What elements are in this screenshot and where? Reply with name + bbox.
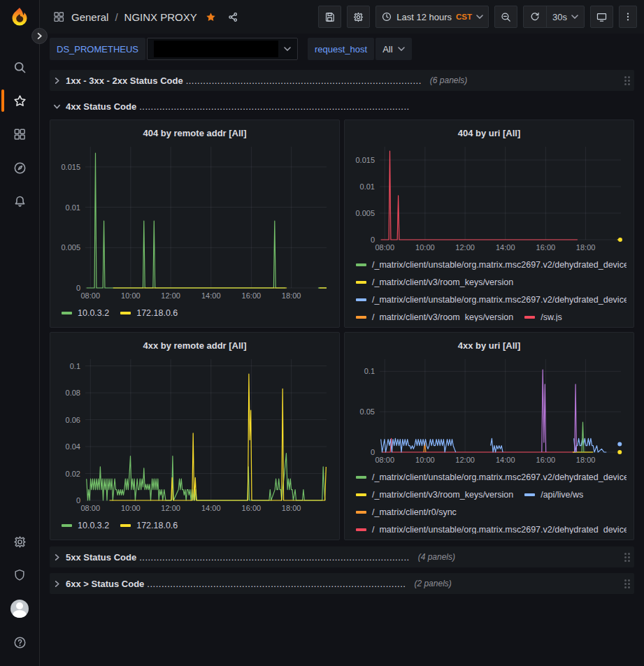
save-dashboard-button[interactable] xyxy=(318,6,341,28)
svg-text:18:00: 18:00 xyxy=(282,504,301,512)
refresh-interval-dropdown[interactable]: 30s xyxy=(546,6,584,27)
panel-title[interactable]: 4xx by remote addr [All] xyxy=(143,340,246,351)
timeseries-chart[interactable]: 08:0010:0012:0014:0016:0018:0000.0050.01… xyxy=(352,141,627,254)
sidebar-item-search[interactable] xyxy=(0,50,40,84)
sidebar-item-configuration[interactable] xyxy=(0,525,40,558)
refresh-interval-label: 30s xyxy=(552,12,567,22)
row-drag-handle[interactable] xyxy=(624,579,630,588)
legend-swatch xyxy=(356,263,366,266)
svg-text:0.1: 0.1 xyxy=(70,362,80,370)
row-drag-handle[interactable] xyxy=(624,553,630,562)
sidebar-item-server-admin[interactable] xyxy=(0,558,40,592)
row-header-6xx[interactable]: 6xx > Status Code ......................… xyxy=(50,573,634,594)
legend-item[interactable]: 172.18.0.6 xyxy=(120,304,178,321)
zoom-out-button[interactable] xyxy=(494,6,517,28)
legend-item[interactable]: 172.18.0.6 xyxy=(120,516,178,534)
refresh-button[interactable] xyxy=(524,6,546,27)
legend-item[interactable]: /_matrix/client/v3/room_keys/version xyxy=(356,308,513,321)
more-options-button[interactable] xyxy=(619,6,637,28)
timeseries-chart[interactable]: 08:0010:0012:0014:0016:0018:0000.050.1 xyxy=(352,354,627,466)
variable-label-ds: DS_PROMETHEUS xyxy=(50,38,145,60)
sidebar-collapse-button[interactable] xyxy=(31,28,48,44)
svg-text:0.01: 0.01 xyxy=(360,182,375,191)
row-title-dots: ........................................… xyxy=(139,101,410,112)
row-title: 1xx - 3xx - 2xx Status Code xyxy=(66,75,183,86)
cycle-view-mode-button[interactable] xyxy=(590,6,613,28)
time-range-picker[interactable]: Last 12 hours CST xyxy=(375,6,489,28)
svg-text:14:00: 14:00 xyxy=(201,504,221,512)
favorite-star-icon[interactable] xyxy=(205,11,217,23)
chart-legend: 10.0.3.2172.18.0.6 xyxy=(57,516,332,534)
breadcrumb-dashboard-title[interactable]: NGINX PROXY xyxy=(124,11,197,23)
variable-request-host: request_host All xyxy=(308,38,412,60)
legend-label: 10.0.3.2 xyxy=(78,521,109,530)
timeseries-chart[interactable]: 08:0010:0012:0014:0016:0018:0000.0050.01… xyxy=(57,141,332,302)
svg-text:0.02: 0.02 xyxy=(66,470,80,478)
grafana-logo-icon[interactable] xyxy=(8,6,31,29)
row-header-5xx[interactable]: 5xx Status Code ........................… xyxy=(50,546,634,567)
row-drag-handle[interactable] xyxy=(624,76,630,85)
svg-text:18:00: 18:00 xyxy=(282,291,301,300)
legend-item[interactable]: /_matrix/client/unstable/org.matrix.msc2… xyxy=(356,291,627,308)
panel-title[interactable]: 404 by uri [All] xyxy=(458,128,521,138)
dashboard-folder-icon[interactable] xyxy=(52,10,65,23)
variable-request-host-dropdown[interactable]: All xyxy=(375,38,411,60)
sidebar-item-profile[interactable] xyxy=(0,592,40,625)
variable-ds-value-redacted xyxy=(154,41,278,57)
gear-icon xyxy=(13,535,27,549)
svg-text:0.005: 0.005 xyxy=(355,209,375,217)
row-header-4xx[interactable]: 4xx Status Code ........................… xyxy=(50,97,634,115)
chart-svg: 08:0010:0012:0014:0016:0018:0000.020.040… xyxy=(57,354,332,514)
help-icon xyxy=(13,635,27,650)
variable-ds-dropdown[interactable] xyxy=(147,38,298,60)
sidebar-item-dashboards[interactable] xyxy=(0,117,40,151)
breadcrumb-folder[interactable]: General xyxy=(71,11,108,23)
svg-text:0.01: 0.01 xyxy=(66,203,80,212)
panel-404-by-uri: 404 by uri [All] 08:0010:0012:0014:0016:… xyxy=(344,120,634,328)
dashboard-settings-button[interactable] xyxy=(347,6,370,28)
legend-swatch xyxy=(356,511,366,514)
svg-text:16:00: 16:00 xyxy=(242,291,262,300)
legend-item[interactable]: /sw.js xyxy=(524,308,562,321)
panel-404-by-remote-addr: 404 by remote addr [All] 08:0010:0012:00… xyxy=(50,120,340,328)
timeseries-chart[interactable]: 08:0010:0012:0014:0016:0018:0000.020.040… xyxy=(57,354,332,514)
sidebar-item-starred[interactable] xyxy=(0,84,40,117)
tv-icon xyxy=(596,11,608,23)
row-header-1xx-3xx-2xx[interactable]: 1xx - 3xx - 2xx Status Code ............… xyxy=(50,70,634,91)
svg-text:0: 0 xyxy=(76,284,80,292)
row-panel-count: (4 panels) xyxy=(418,552,455,562)
svg-text:0.04: 0.04 xyxy=(66,442,80,451)
legend-item[interactable]: /_matrix/client/v3/room_keys/version xyxy=(356,486,513,503)
panel-4xx-by-remote-addr: 4xx by remote addr [All] 08:0010:0012:00… xyxy=(50,332,340,540)
sidebar-item-alerting[interactable] xyxy=(0,184,40,218)
settings-gear-icon xyxy=(352,11,364,23)
breadcrumb: General / NGINX PROXY xyxy=(52,10,239,23)
legend-item[interactable]: /api/live/ws xyxy=(524,486,583,503)
panel-title[interactable]: 4xx by uri [All] xyxy=(458,340,521,351)
svg-text:0: 0 xyxy=(76,496,80,505)
legend-item[interactable]: 10.0.3.2 xyxy=(62,304,109,321)
dashboard-scroll-area: 1xx - 3xx - 2xx Status Code ............… xyxy=(40,64,644,666)
row-title: 4xx Status Code xyxy=(66,101,136,112)
legend-item[interactable]: /_matrix/client/unstable/org.matrix.msc2… xyxy=(356,468,627,486)
panel-title[interactable]: 404 by remote addr [All] xyxy=(143,128,246,138)
legend-swatch xyxy=(356,316,366,319)
svg-text:10:00: 10:00 xyxy=(121,291,141,300)
legend-item[interactable]: /_matrix/client/unstable/org.matrix.msc2… xyxy=(356,521,627,534)
legend-swatch xyxy=(356,281,366,284)
sidebar-item-explore[interactable] xyxy=(0,151,40,184)
variables-submenu: DS_PROMETHEUS request_host All xyxy=(40,34,644,64)
sidebar-item-help[interactable] xyxy=(0,625,40,659)
share-icon[interactable] xyxy=(227,11,239,23)
legend-label: /api/live/ws xyxy=(541,490,583,500)
chevron-right-icon xyxy=(53,553,61,561)
chevron-right-icon xyxy=(53,77,61,85)
legend-item[interactable]: /_matrix/client/r0/sync xyxy=(356,503,457,521)
timezone-label: CST xyxy=(456,13,472,21)
svg-text:10:00: 10:00 xyxy=(415,243,435,252)
legend-item[interactable]: /_matrix/client/v3/room_keys/version xyxy=(356,273,513,291)
legend-label: 172.18.0.6 xyxy=(136,521,178,530)
legend-item[interactable]: /_matrix/client/unstable/org.matrix.msc2… xyxy=(356,256,627,273)
legend-item[interactable]: 10.0.3.2 xyxy=(62,516,109,534)
svg-text:10:00: 10:00 xyxy=(415,456,435,464)
